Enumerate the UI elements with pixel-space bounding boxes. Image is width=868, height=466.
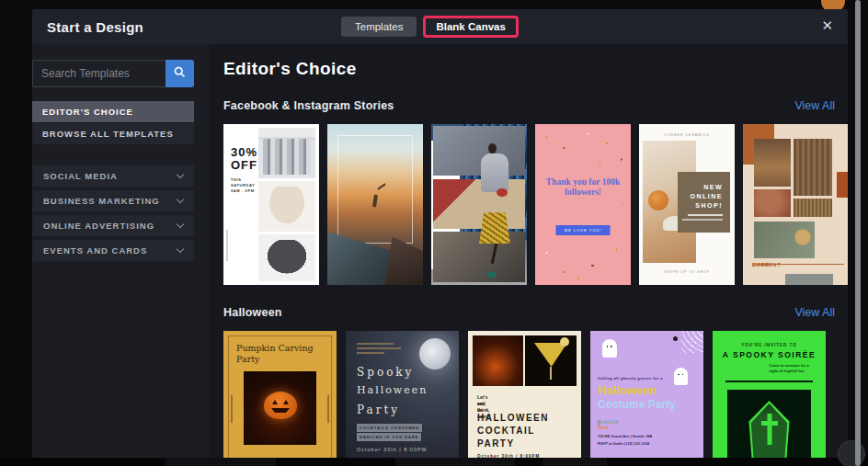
tab-templates[interactable]: Templates: [341, 17, 417, 37]
sidebar: EDITOR'S CHOICE BROWSE ALL TEMPLATES SOC…: [32, 44, 209, 458]
search-icon: [173, 65, 187, 82]
template-thumbnail-cliff-handstand[interactable]: [327, 124, 423, 285]
halloween-thumbnail-row: Pumpkin Carving Party October 31 | 8:00 …: [223, 331, 826, 458]
spider-web-graphic: [681, 331, 703, 353]
template-thumbnail-spooky-soiree[interactable]: YOU'RE INVITED TO A SPOOKY SOIRÉE Come i…: [713, 331, 826, 458]
underlying-page-strip: [0, 458, 868, 466]
jack-o-lantern-photo: [244, 371, 316, 445]
template-thumbnail-sale[interactable]: 30%OFF THIS SATURDAY 9AM - 5PM: [223, 124, 319, 285]
pumpkin-cocktail-photo: [473, 335, 523, 386]
template-thumbnail-pumpkin-carving[interactable]: Pumpkin Carving Party October 31 | 8:00 …: [223, 331, 337, 458]
tab-bar: Templates Blank Canvas: [341, 9, 519, 44]
tab-blank-canvas[interactable]: Blank Canvas: [423, 16, 518, 38]
search-bar: [32, 60, 194, 87]
section-title-stories: Facebook & Instagram Stories: [223, 99, 394, 112]
dark-sweater-photo: [258, 234, 315, 281]
cross-graphic: [767, 414, 771, 445]
sweater-photo: [258, 181, 315, 232]
template-thumbnail-fashion-collage[interactable]: [431, 124, 527, 285]
sidebar-categories: SOCIAL MEDIA BUSINESS MARKETING ONLINE A…: [32, 165, 194, 265]
modal-title: Start a Design: [47, 19, 143, 35]
template-thumbnail-online-shop[interactable]: CORNER CERAMICS NEW ONLINE SHOP! SWIPE U…: [639, 124, 735, 285]
vertical-scrollbar[interactable]: [855, 0, 861, 466]
chevron-down-icon: [177, 221, 184, 228]
start-a-design-modal: Start a Design Templates Blank Canvas ✕ …: [32, 9, 848, 458]
chevron-down-icon: [177, 171, 184, 178]
search-button[interactable]: [166, 60, 194, 87]
sidebar-item-business-marketing[interactable]: BUSINESS MARKETING: [32, 190, 194, 211]
template-thumbnail-spooky-party[interactable]: Spooky Halloween Party COCKTAILS COSTUME…: [346, 331, 459, 458]
stories-thumbnail-row: 30%OFF THIS SATURDAY 9AM - 5PM: [223, 124, 848, 285]
clothes-rack-photo: [258, 128, 315, 178]
template-thumbnail-costume-party[interactable]: Calling all ghostly guests for a Hallowe…: [590, 331, 703, 458]
sidebar-item-social-media[interactable]: SOCIAL MEDIA: [32, 165, 194, 187]
modal-header: Start a Design Templates Blank Canvas ✕: [32, 9, 848, 44]
app-screen: Start a Design Templates Blank Canvas ✕ …: [0, 0, 868, 466]
sidebar-item-browse-all-templates[interactable]: BROWSE ALL TEMPLATES: [32, 123, 194, 144]
template-thumbnail-cocktail-party[interactable]: Let's eat, drink,and be scary! HALLOWEEN…: [468, 331, 581, 458]
view-all-stories-link[interactable]: View All: [794, 99, 835, 112]
page-title: Editor's Choice: [223, 59, 357, 79]
martini-photo: [525, 335, 577, 386]
moon-graphic: [419, 338, 451, 369]
sidebar-item-events-and-cards[interactable]: EVENTS AND CARDS: [32, 240, 194, 261]
sidebar-nav: EDITOR'S CHOICE BROWSE ALL TEMPLATES: [32, 101, 194, 145]
ghost-graphic: [602, 339, 617, 358]
sidebar-item-editors-choice[interactable]: EDITOR'S CHOICE: [32, 101, 194, 122]
close-icon[interactable]: ✕: [821, 18, 833, 32]
section-title-halloween: Halloween: [223, 306, 282, 319]
sidebar-item-online-advertising[interactable]: ONLINE ADVERTISING: [32, 215, 194, 236]
ghost-graphic: [674, 368, 688, 385]
templates-panel: Editor's Choice Facebook & Instagram Sto…: [209, 44, 848, 458]
view-all-halloween-link[interactable]: View All: [794, 306, 835, 319]
spider-graphic: [673, 336, 678, 341]
template-thumbnail-thank-you[interactable]: Thank you for 100k followers! WE LOVE YO…: [535, 124, 631, 285]
we-love-you-button: WE LOVE YOU!: [555, 225, 610, 235]
chevron-down-icon: [177, 196, 184, 203]
chevron-down-icon: [177, 245, 184, 253]
help-bubble-button[interactable]: [838, 440, 865, 466]
pottery-collage-photo: [754, 139, 791, 187]
model-figure: [481, 153, 508, 192]
template-thumbnail-current-mood[interactable]: CURRENT MOOD: [743, 124, 848, 285]
search-input[interactable]: [32, 60, 166, 87]
